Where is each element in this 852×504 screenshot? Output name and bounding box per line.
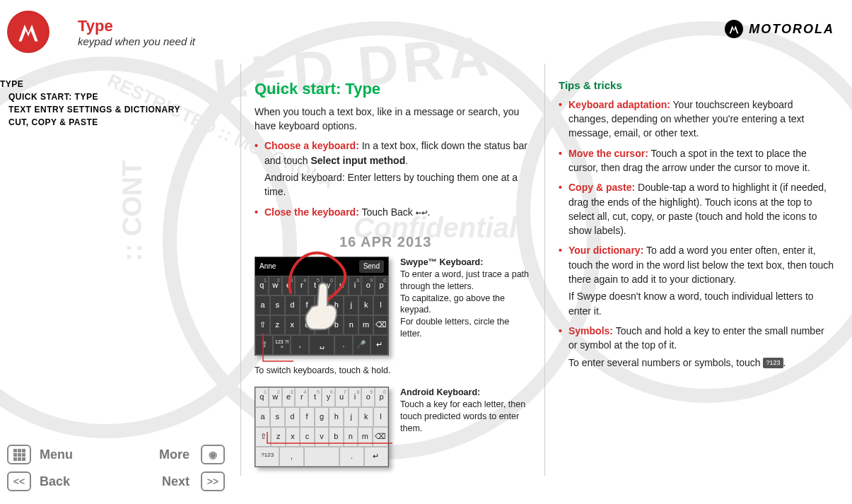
key-z[interactable]: z <box>270 315 285 335</box>
sidebar-nav: TYPE QUICK START: TYPE TEXT ENTRY SETTIN… <box>0 78 226 129</box>
key-e[interactable]: e3 <box>282 276 296 295</box>
key-v[interactable]: v <box>315 315 329 335</box>
key-sym[interactable]: 123 ?!≈ <box>273 335 291 355</box>
key-n[interactable]: n <box>344 315 358 335</box>
key-i[interactable]: i8 <box>349 387 362 407</box>
key-t[interactable]: t5 <box>308 387 322 407</box>
key-u[interactable]: u7 <box>335 276 349 295</box>
main-column-1: Quick start: Type When you touch a text … <box>255 78 530 467</box>
key-shift[interactable]: ⇧ <box>255 335 273 355</box>
key-m[interactable]: m <box>358 315 373 335</box>
bullet-close-keyboard: Close the keyboard: Touch Back ←↩. <box>255 205 530 219</box>
android-kb-description: Android Keyboard: Touch a key for each l… <box>400 387 530 467</box>
key-o[interactable]: o9 <box>361 276 375 295</box>
key-w[interactable]: w2 <box>269 387 282 407</box>
key-i[interactable]: i8 <box>349 276 362 295</box>
key-n[interactable]: n <box>344 427 358 447</box>
bullet-choose-keyboard: Choose a keyboard: In a text box, flick … <box>255 139 530 168</box>
key-c[interactable]: c <box>300 315 315 335</box>
menu-button-icon[interactable] <box>7 445 31 464</box>
back-icon: ←↩ <box>416 206 428 218</box>
key-q[interactable]: q1 <box>255 387 269 407</box>
tip-keyboard-adaptation: Keyboard adaptation: Your touchscreen ke… <box>559 98 834 141</box>
date-stamp: 16 APR 2013 <box>339 232 530 252</box>
key-x[interactable]: x <box>286 427 300 447</box>
key-m[interactable]: m <box>358 427 372 447</box>
key-t[interactable]: t5 <box>308 276 322 295</box>
key-space[interactable] <box>304 447 340 467</box>
key-a[interactable]: a <box>255 407 270 427</box>
key-enter[interactable]: ↵ <box>364 447 388 467</box>
key-del[interactable]: ⌫ <box>373 315 388 335</box>
key-p[interactable]: p0 <box>375 276 388 295</box>
next-button-icon[interactable]: >> <box>201 471 225 491</box>
sidebar-item-cutcopypaste[interactable]: CUT, COPY & PASTE <box>0 116 226 129</box>
key-f[interactable]: f <box>300 295 315 315</box>
key-d[interactable]: d <box>285 407 300 427</box>
nav-footer: Menu More ◉ << Back Next >> <box>7 445 226 491</box>
key-comma[interactable]: , <box>279 447 303 467</box>
key-c[interactable]: c <box>300 427 314 447</box>
key-u[interactable]: u7 <box>335 387 349 407</box>
menu-label[interactable]: Menu <box>40 447 113 462</box>
key-q[interactable]: q1 <box>255 276 269 295</box>
key-l[interactable]: l <box>373 407 388 427</box>
key-period[interactable]: . <box>334 335 352 355</box>
key-y[interactable]: y6 <box>322 276 335 295</box>
key-b[interactable]: b <box>329 315 344 335</box>
sidebar-item-type[interactable]: TYPE <box>0 78 226 90</box>
key-h[interactable]: h <box>329 407 344 427</box>
key-o[interactable]: o9 <box>361 387 375 407</box>
key-j[interactable]: j <box>344 407 358 427</box>
back-label[interactable]: Back <box>40 474 113 489</box>
brand-right: MOTOROLA <box>725 20 834 38</box>
key-shift[interactable]: ⇧ <box>255 427 271 447</box>
key-l[interactable]: l <box>373 295 388 315</box>
tip-your-dictionary: Your dictionary: To add a word you enter… <box>559 243 834 286</box>
key-sym[interactable]: ?123 <box>255 447 279 467</box>
key-r[interactable]: r4 <box>295 276 308 295</box>
key-d[interactable]: d <box>285 295 300 315</box>
tip-symbols: Symbols: Touch and hold a key to enter t… <box>559 324 834 353</box>
key-b[interactable]: b <box>329 427 343 447</box>
key-k[interactable]: k <box>358 407 373 427</box>
key-a[interactable]: a <box>255 295 270 315</box>
next-label[interactable]: Next <box>120 474 194 489</box>
column-divider <box>240 64 241 476</box>
key-e[interactable]: e3 <box>282 387 296 407</box>
key-g[interactable]: g <box>315 407 329 427</box>
key-x[interactable]: x <box>285 315 300 335</box>
key-mic[interactable]: 🎤 <box>353 335 370 355</box>
key-w[interactable]: w2 <box>269 276 282 295</box>
tip-move-cursor: Move the cursor: Touch a spot in the tex… <box>559 146 834 175</box>
sidebar-item-textentry[interactable]: TEXT ENTRY SETTINGS & DICTIONARY <box>0 103 226 116</box>
back-button-icon[interactable]: << <box>7 471 31 491</box>
key-f[interactable]: f <box>300 407 315 427</box>
key-v[interactable]: v <box>315 427 329 447</box>
motorola-logo-icon <box>7 11 49 53</box>
key-enter[interactable]: ↵ <box>370 335 388 355</box>
key-g[interactable]: g <box>315 295 329 315</box>
key-period[interactable]: . <box>339 447 363 467</box>
key-p[interactable]: p0 <box>375 387 388 407</box>
key-space[interactable]: ␣ <box>309 335 335 355</box>
sidebar-item-quickstart[interactable]: QUICK START: TYPE <box>0 90 226 103</box>
more-button-icon[interactable]: ◉ <box>201 445 225 464</box>
key-z[interactable]: z <box>271 427 285 447</box>
key-del[interactable]: ⌫ <box>373 427 388 447</box>
send-button[interactable]: Send <box>359 260 384 274</box>
tips-heading: Tips & tricks <box>559 78 834 93</box>
key-h[interactable]: h <box>329 295 344 315</box>
tip-symbols-sub: To enter several numbers or symbols, tou… <box>559 356 834 370</box>
key-j[interactable]: j <box>344 295 358 315</box>
brand-text: MOTOROLA <box>749 22 834 37</box>
more-label[interactable]: More <box>120 447 194 462</box>
key-k[interactable]: k <box>358 295 373 315</box>
key-comma[interactable]: , <box>291 335 308 355</box>
key-r[interactable]: r4 <box>295 387 308 407</box>
key-s[interactable]: s <box>270 407 285 427</box>
key-s[interactable]: s <box>270 295 285 315</box>
key-shift[interactable]: ⇧ <box>255 315 270 335</box>
svg-text::: CONT: :: CONT <box>117 160 147 262</box>
key-y[interactable]: y6 <box>322 387 335 407</box>
